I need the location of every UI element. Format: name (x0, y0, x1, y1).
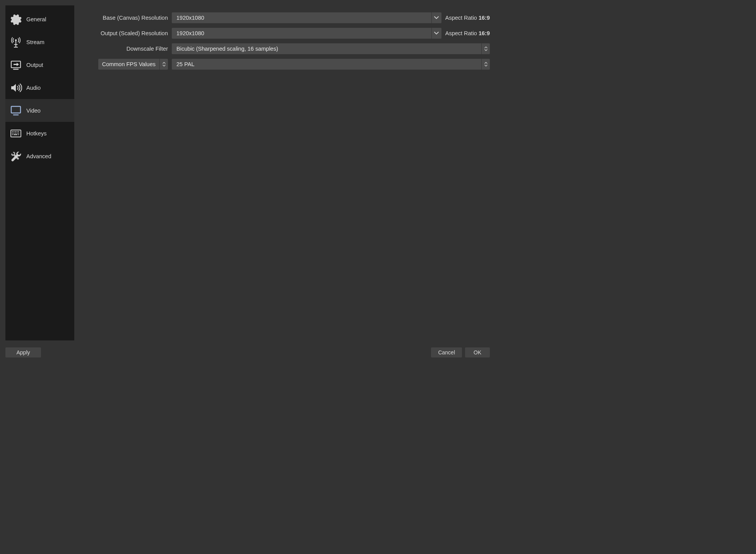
base-resolution-label: Base (Canvas) Resolution (82, 15, 168, 21)
monitor-icon (9, 104, 22, 117)
chevron-down-icon (431, 12, 441, 23)
downscale-filter-label: Downscale Filter (82, 46, 168, 52)
tools-icon (9, 150, 22, 163)
keyboard-icon (9, 127, 22, 140)
downscale-filter-dropdown[interactable]: Bicubic (Sharpened scaling, 16 samples) (172, 43, 490, 54)
output-resolution-dropdown[interactable]: 1920x1080 (172, 28, 441, 39)
output-resolution-value: 1920x1080 (172, 30, 431, 36)
base-resolution-value: 1920x1080 (172, 15, 431, 21)
sidebar-item-label: Video (26, 108, 41, 114)
sidebar-item-video[interactable]: Video (5, 99, 74, 122)
sidebar-item-stream[interactable]: Stream (5, 31, 74, 53)
fps-mode-value: Common FPS Values (98, 61, 159, 67)
downscale-filter-value: Bicubic (Sharpened scaling, 16 samples) (172, 46, 481, 52)
updown-icon (159, 59, 168, 70)
speaker-icon (9, 81, 22, 94)
fps-value-dropdown[interactable]: 25 PAL (172, 59, 490, 70)
antenna-icon (9, 36, 22, 49)
updown-icon (481, 59, 490, 70)
fps-value: 25 PAL (172, 61, 481, 67)
updown-icon (481, 43, 490, 54)
video-settings-panel: Base (Canvas) Resolution 1920x1080 Aspec… (82, 5, 490, 340)
sidebar-item-label: Advanced (26, 153, 51, 159)
sidebar-item-output[interactable]: Output (5, 53, 74, 76)
apply-button[interactable]: Apply (5, 347, 41, 357)
sidebar-item-label: Audio (26, 85, 41, 91)
dialog-footer: Apply Cancel OK (5, 340, 490, 357)
base-aspect-ratio: Aspect Ratio 16:9 (445, 15, 490, 21)
sidebar-item-audio[interactable]: Audio (5, 76, 74, 99)
fps-mode-dropdown[interactable]: Common FPS Values (98, 59, 168, 70)
settings-sidebar: General Stream Output Audio Video Hotkey… (5, 5, 74, 340)
sidebar-item-general[interactable]: General (5, 8, 74, 31)
ok-button[interactable]: OK (465, 347, 490, 357)
sidebar-item-label: Stream (26, 39, 44, 45)
sidebar-item-hotkeys[interactable]: Hotkeys (5, 122, 74, 145)
sidebar-item-label: Hotkeys (26, 130, 46, 137)
output-aspect-ratio: Aspect Ratio 16:9 (445, 30, 490, 36)
sidebar-item-label: Output (26, 62, 43, 68)
sidebar-item-label: General (26, 16, 46, 22)
gear-icon (9, 13, 22, 26)
chevron-down-icon (431, 28, 441, 39)
cancel-button[interactable]: Cancel (431, 347, 462, 357)
output-resolution-label: Output (Scaled) Resolution (82, 30, 168, 36)
sidebar-item-advanced[interactable]: Advanced (5, 145, 74, 168)
output-icon (9, 58, 22, 72)
base-resolution-dropdown[interactable]: 1920x1080 (172, 12, 441, 23)
